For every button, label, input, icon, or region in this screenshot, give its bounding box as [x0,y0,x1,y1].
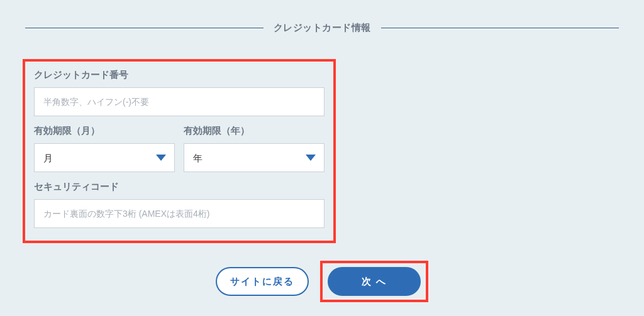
exp-year-select-wrap: 年 [184,143,325,172]
exp-month-group: 有効期限（月） 月 [34,125,175,172]
exp-month-label: 有効期限（月） [34,125,175,137]
exp-month-select-wrap: 月 [34,143,175,172]
security-code-input[interactable] [34,199,325,228]
card-number-label: クレジットカード番号 [34,69,325,81]
divider-right [381,28,619,28]
card-number-input[interactable] [34,87,325,116]
next-button[interactable]: 次 へ [328,267,421,296]
section-header: クレジットカード情報 [0,0,644,46]
expiry-row: 有効期限（月） 月 有効期限（年） 年 [34,125,325,181]
security-code-group: セキュリティコード [34,181,325,228]
exp-year-select[interactable]: 年 [184,143,325,172]
back-button[interactable]: サイトに戻る [216,267,309,296]
next-button-highlight: 次 へ [320,261,428,302]
exp-month-select[interactable]: 月 [34,143,175,172]
security-code-label: セキュリティコード [34,181,325,193]
exp-year-group: 有効期限（年） 年 [184,125,325,172]
credit-card-form-highlight: クレジットカード番号 有効期限（月） 月 有効期限（年） 年 セキュリティコード [23,59,336,243]
section-title: クレジットカード情報 [264,22,381,34]
divider-left [25,28,264,28]
exp-year-label: 有効期限（年） [184,125,325,137]
button-row: サイトに戻る 次 へ [0,261,644,302]
card-number-group: クレジットカード番号 [34,69,325,116]
